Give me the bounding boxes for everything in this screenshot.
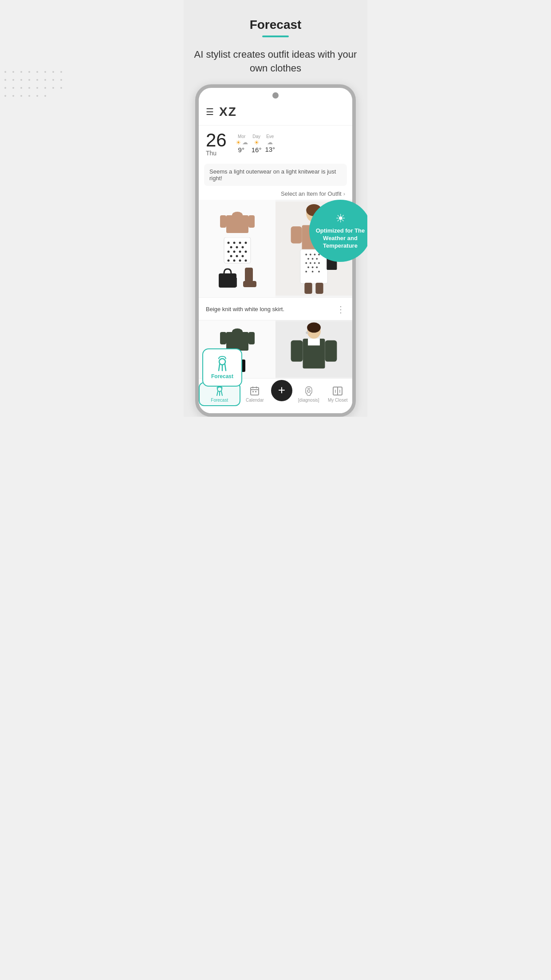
flat-lay-row-accessories bbox=[216, 267, 258, 289]
svg-rect-75 bbox=[255, 391, 256, 392]
svg-point-64 bbox=[306, 331, 308, 334]
svg-point-16 bbox=[230, 255, 232, 257]
ai-suggestion: Seems a light outerwear on a light knitw… bbox=[204, 164, 347, 186]
svg-rect-66 bbox=[291, 340, 303, 361]
svg-point-6 bbox=[233, 241, 235, 244]
subtitle: AI stylist creates outfit ideas with you… bbox=[191, 48, 360, 75]
date-weather-section: 26 Thu Mor ☀ ☁ bbox=[199, 126, 352, 162]
weather-eve-icon-row: ☁ bbox=[267, 139, 273, 146]
svg-point-1 bbox=[232, 212, 243, 219]
svg-rect-4 bbox=[224, 237, 251, 263]
svg-point-49 bbox=[305, 271, 307, 273]
flat-lay-items-1 bbox=[216, 208, 258, 289]
svg-point-57 bbox=[232, 328, 243, 336]
svg-rect-58 bbox=[220, 332, 226, 344]
nav-label-forecast: Forecast bbox=[211, 398, 228, 403]
svg-rect-70 bbox=[251, 387, 259, 395]
svg-point-41 bbox=[316, 258, 318, 260]
svg-rect-2 bbox=[220, 215, 226, 228]
bag-svg bbox=[216, 267, 239, 288]
date-block: 26 Thu bbox=[206, 131, 227, 157]
nav-label-diagnosis: [diagnosis] bbox=[298, 398, 319, 403]
weather-morning-temp: 9° bbox=[238, 146, 244, 154]
forecast-popup-icon bbox=[214, 356, 230, 371]
svg-point-50 bbox=[312, 271, 314, 273]
svg-point-36 bbox=[310, 253, 311, 255]
svg-point-18 bbox=[241, 255, 244, 257]
date-number: 26 bbox=[206, 131, 227, 150]
outfit-model-2 bbox=[276, 320, 352, 378]
svg-rect-68 bbox=[308, 339, 320, 345]
nav-item-calendar[interactable]: Calendar bbox=[240, 386, 270, 403]
svg-point-11 bbox=[241, 246, 244, 248]
more-options-icon-1[interactable]: ⋮ bbox=[336, 304, 345, 315]
forecast-nav-icon bbox=[214, 386, 225, 396]
skirt-svg bbox=[222, 237, 253, 264]
marketing-section: Forecast AI stylist creates outfit ideas… bbox=[191, 13, 360, 75]
sweater-svg bbox=[220, 208, 255, 235]
forecast-popup: Forecast bbox=[202, 348, 242, 387]
weather-eve-value: 13° bbox=[265, 146, 275, 153]
weather-day-value: 16° bbox=[252, 146, 262, 154]
diagnosis-nav-icon bbox=[303, 386, 314, 396]
weather-day-label: Day bbox=[252, 134, 260, 139]
outfit-info-1: Beige knit with white long skirt. ⋮ bbox=[199, 299, 352, 320]
svg-point-22 bbox=[244, 259, 247, 261]
title-underline bbox=[262, 36, 289, 37]
svg-point-43 bbox=[310, 262, 311, 264]
svg-point-63 bbox=[307, 322, 321, 332]
weather-day-temp: 16° bbox=[252, 146, 262, 154]
svg-point-5 bbox=[227, 241, 229, 244]
weather-eve-temp: 13° bbox=[265, 146, 275, 153]
svg-rect-67 bbox=[325, 340, 337, 361]
nav-item-mycloset[interactable]: My Closet bbox=[323, 386, 353, 403]
chevron-right-icon: › bbox=[343, 190, 345, 197]
boots-svg bbox=[241, 267, 258, 289]
svg-point-39 bbox=[307, 258, 309, 260]
weather-morning-cloud: ☁ bbox=[242, 139, 248, 146]
weather-morning-sun: ☀ bbox=[236, 139, 241, 146]
svg-point-17 bbox=[236, 255, 238, 257]
svg-rect-25 bbox=[245, 268, 253, 282]
phone-camera bbox=[272, 92, 279, 99]
svg-point-69 bbox=[217, 387, 222, 391]
svg-point-15 bbox=[244, 250, 247, 253]
forecast-popup-label: Forecast bbox=[211, 373, 233, 379]
svg-rect-3 bbox=[248, 215, 255, 228]
weather-eve: Eve ☁ 13° bbox=[265, 134, 275, 153]
hamburger-icon[interactable]: ☰ bbox=[206, 107, 214, 117]
svg-point-21 bbox=[239, 259, 241, 261]
phone-wrapper: ☀ Optimized for The Weather and Temperat… bbox=[191, 84, 360, 417]
svg-point-82 bbox=[219, 359, 225, 365]
select-item-label: Select an Item for Outfit bbox=[281, 190, 342, 197]
nav-add-button[interactable]: + bbox=[271, 380, 292, 401]
add-icon: + bbox=[278, 384, 285, 396]
nav-item-diagnosis[interactable]: [diagnosis] bbox=[294, 386, 323, 403]
weather-morning: Mor ☀ ☁ 9° bbox=[236, 134, 248, 154]
weather-day: Day ☀ 16° bbox=[252, 134, 262, 154]
svg-point-44 bbox=[314, 262, 316, 264]
svg-point-7 bbox=[239, 241, 241, 244]
svg-point-8 bbox=[244, 241, 247, 244]
outer-page: Forecast AI stylist creates outfit ideas… bbox=[184, 0, 367, 417]
date-day: Thu bbox=[206, 150, 227, 157]
svg-point-46 bbox=[307, 266, 309, 268]
mycloset-nav-icon bbox=[332, 386, 343, 396]
svg-point-35 bbox=[305, 253, 307, 255]
sun-icon: ☀ bbox=[335, 212, 346, 225]
page-title: Forecast bbox=[191, 18, 360, 32]
svg-point-37 bbox=[314, 253, 316, 255]
calendar-nav-icon bbox=[249, 386, 260, 396]
svg-rect-26 bbox=[243, 281, 256, 287]
select-item-row[interactable]: Select an Item for Outfit › bbox=[199, 188, 352, 200]
svg-point-48 bbox=[316, 266, 318, 268]
svg-point-40 bbox=[312, 258, 314, 260]
nav-label-calendar: Calendar bbox=[246, 398, 264, 403]
svg-point-42 bbox=[305, 262, 307, 264]
svg-rect-53 bbox=[315, 282, 323, 293]
svg-point-20 bbox=[233, 259, 235, 261]
svg-point-14 bbox=[239, 250, 241, 253]
model-svg-2 bbox=[276, 320, 352, 378]
weather-day-sun: ☀ bbox=[254, 139, 260, 146]
svg-point-13 bbox=[233, 250, 235, 253]
